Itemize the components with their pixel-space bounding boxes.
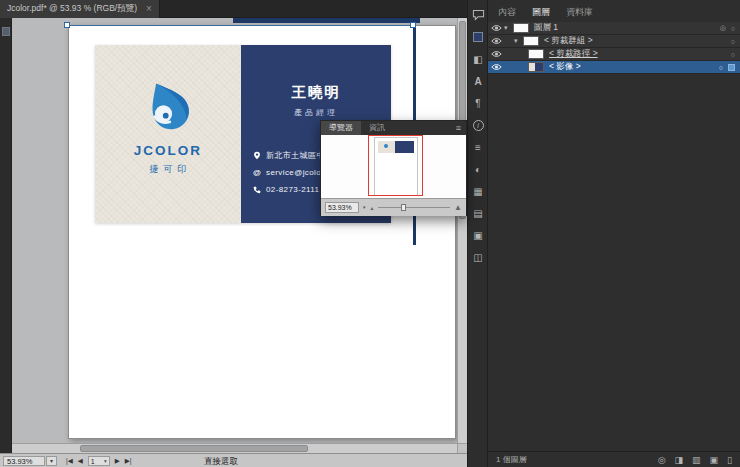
navigator-zoom-slider[interactable] [378, 207, 450, 208]
pathfinder-icon[interactable]: ◧ [468, 48, 488, 70]
tab-properties[interactable]: 內容 [498, 6, 516, 22]
email-at-icon: @ [253, 168, 261, 177]
tab-navigator[interactable]: 導覽器 [321, 121, 361, 135]
selection-image-top-edge [233, 18, 420, 23]
appearance-indicator-icon[interactable]: ◎ [720, 24, 726, 32]
color-icon[interactable] [468, 26, 488, 48]
layer-thumbnail[interactable] [528, 49, 544, 59]
disclosure-triangle-icon[interactable]: ▾ [514, 37, 523, 45]
layer-label[interactable]: < 剪裁路徑 > [549, 48, 598, 60]
selection-color-square [728, 64, 735, 71]
disclosure-triangle-icon[interactable]: ▾ [504, 24, 513, 32]
navigator-zoom-spinner-icon[interactable]: ▾ [363, 205, 366, 210]
layers-panel-footer: 1 個圖層 ◎ ◨ ▥ ▣ ▯ [488, 451, 740, 467]
canvas[interactable]: JCOLOR 捷可印 王曉明 產品經理 新北市土城區中央 @ service@j… [12, 18, 457, 443]
transparency-icon[interactable]: ◐ [468, 158, 488, 180]
target-circle-icon[interactable]: ○ [719, 64, 723, 71]
zoom-in-mountain-icon[interactable]: ▲ [454, 203, 462, 212]
visibility-eye-icon[interactable] [488, 63, 504, 71]
statusbar-zoom-dropdown-icon[interactable]: ▾ [46, 456, 57, 466]
layer-row-image[interactable]: < 影像 > ○ [488, 61, 740, 74]
tab-close-icon[interactable]: × [146, 4, 152, 14]
tab-info[interactable]: 資訊 [361, 121, 393, 135]
zoom-out-mountain-icon[interactable]: ▲ [370, 205, 375, 211]
card-person-title: 產品經理 [241, 107, 391, 118]
scrollbar-corner [457, 443, 467, 453]
new-layer-icon[interactable]: ▣ [710, 455, 719, 465]
navigator-preview[interactable] [321, 135, 466, 198]
layer-row-clip-path[interactable]: < 剪裁路徑 > ○ [488, 48, 740, 61]
brand-subtitle: 捷可印 [95, 163, 241, 176]
left-toolbar-strip[interactable] [0, 18, 12, 453]
selection-clip-top-edge [68, 25, 414, 26]
first-artboard-button[interactable]: |◀ [66, 457, 73, 465]
navigator-footer: 53.93% ▾ ▲ ▲ [321, 198, 466, 216]
visibility-eye-icon[interactable] [488, 37, 504, 45]
selection-handle[interactable] [410, 22, 416, 28]
info-icon[interactable]: i [468, 114, 488, 136]
layer-count-label: 1 個圖層 [496, 454, 527, 465]
previous-artboard-button[interactable]: ◀ [78, 457, 83, 465]
current-tool-label: 直接選取 [204, 456, 238, 467]
artboards-icon[interactable]: ▣ [468, 224, 488, 246]
new-sublayer-icon[interactable]: ▥ [692, 455, 701, 465]
horizontal-scrollbar[interactable] [12, 443, 457, 453]
navigator-proxy-rect[interactable] [368, 135, 423, 196]
target-circle-icon[interactable]: ○ [731, 38, 735, 45]
layer-label[interactable]: < 影像 > [549, 61, 581, 73]
zoom-slider-thumb[interactable] [401, 204, 406, 211]
panel-menu-icon[interactable]: ≡ [456, 121, 461, 135]
card-left-panel: JCOLOR 捷可印 [95, 45, 241, 223]
layer-thumbnail[interactable] [523, 36, 539, 46]
layer-label[interactable]: < 剪裁群組 > [544, 35, 593, 47]
document-tab[interactable]: Jcolor.pdf* @ 53.93 % (RGB/預覽) × [0, 0, 160, 18]
toolbar-mini-icon [2, 27, 10, 36]
contact-email: service@jcolor [266, 168, 324, 177]
visibility-eye-icon[interactable] [488, 24, 504, 32]
document-tab-bar: Jcolor.pdf* @ 53.93 % (RGB/預覽) × [0, 0, 467, 18]
artboard-number-field[interactable]: 1 ▾ [88, 456, 110, 466]
jcolor-logo-drop-icon [141, 77, 195, 131]
symbols-icon[interactable]: ▤ [468, 202, 488, 224]
target-circle-icon[interactable]: ○ [731, 25, 735, 32]
card-person-name: 王曉明 [241, 83, 391, 102]
tab-layers[interactable]: 圖層 [532, 6, 550, 22]
layer-row-clip-group[interactable]: ▾ < 剪裁群組 > ○ [488, 35, 740, 48]
swatches-icon[interactable]: ▦ [468, 180, 488, 202]
layer-thumbnail[interactable] [528, 62, 544, 72]
contact-phone: 02-8273-2111 [266, 185, 319, 194]
right-panel-dock: ◧ A ¶ i ≡ ◐ ▦ ▤ ▣ ◫ [467, 0, 487, 467]
statusbar-zoom-field[interactable]: 53.93% [3, 456, 45, 466]
layers-panel: 內容 圖層 資料庫 ▾ 圖層 1 ◎ ○ [487, 0, 740, 467]
target-circle-icon[interactable]: ○ [731, 51, 735, 58]
tab-libraries[interactable]: 資料庫 [566, 6, 593, 22]
artboard[interactable]: JCOLOR 捷可印 王曉明 產品經理 新北市土城區中央 @ service@j… [68, 25, 456, 439]
paragraph-icon[interactable]: ¶ [468, 92, 488, 114]
selection-handle[interactable] [64, 22, 70, 28]
vertical-scrollbar[interactable] [457, 18, 467, 443]
next-artboard-button[interactable]: ▶ [115, 457, 120, 465]
delete-layer-icon[interactable]: ▯ [727, 455, 732, 465]
navigator-zoom-field[interactable]: 53.93% [325, 202, 359, 213]
illustrator-app: Jcolor.pdf* @ 53.93 % (RGB/預覽) × [0, 0, 740, 467]
locate-object-icon[interactable]: ◎ [658, 455, 666, 465]
last-artboard-button[interactable]: ▶| [125, 457, 132, 465]
horizontal-scrollbar-thumb[interactable] [80, 445, 308, 452]
comments-icon[interactable] [468, 4, 488, 26]
panel-tab-bar: 內容 圖層 資料庫 [488, 0, 740, 22]
asset-export-icon[interactable]: ◫ [468, 246, 488, 268]
make-clipping-mask-icon[interactable]: ◨ [675, 455, 684, 465]
artboard-dropdown-icon: ▾ [104, 458, 107, 464]
brand-name: JCOLOR [95, 143, 241, 158]
layer-row-layer1[interactable]: ▾ 圖層 1 ◎ ○ [488, 22, 740, 35]
stroke-icon[interactable]: ≡ [468, 136, 488, 158]
navigator-panel[interactable]: 導覽器 資訊 ≡ 53.93% ▾ ▲ ▲ [320, 120, 467, 216]
visibility-eye-icon[interactable] [488, 50, 504, 58]
status-bar: 53.93% ▾ |◀ ◀ 1 ▾ ▶ ▶| 直接選取 [0, 453, 467, 467]
location-pin-icon [253, 151, 261, 160]
document-tab-title: Jcolor.pdf* @ 53.93 % (RGB/預覽) [7, 3, 137, 15]
character-icon[interactable]: A [468, 70, 488, 92]
artboard-navigation: |◀ ◀ 1 ▾ ▶ ▶| [66, 455, 131, 467]
layer-label[interactable]: 圖層 1 [534, 22, 558, 34]
layer-thumbnail[interactable] [513, 23, 529, 33]
